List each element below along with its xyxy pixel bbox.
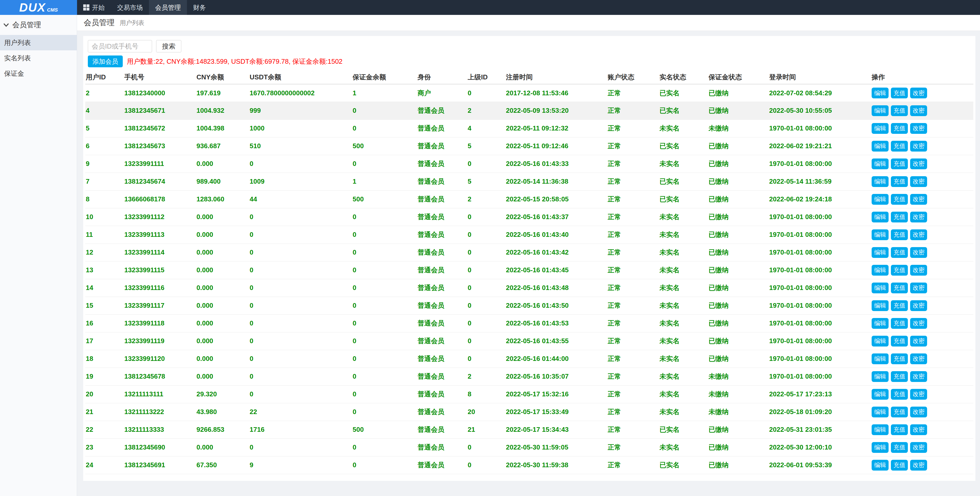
cell-login-time: 2022-05-17 17:23:13 bbox=[768, 385, 871, 403]
edit-button[interactable]: 编辑 bbox=[872, 265, 889, 276]
change-password-button[interactable]: 改密 bbox=[910, 424, 927, 435]
edit-button[interactable]: 编辑 bbox=[872, 283, 889, 293]
change-password-button[interactable]: 改密 bbox=[910, 300, 927, 311]
change-password-button[interactable]: 改密 bbox=[910, 123, 927, 134]
edit-button[interactable]: 编辑 bbox=[872, 318, 889, 329]
table-row: 18132339911200.00000普通会员02022-05-16 01:4… bbox=[85, 350, 973, 367]
edit-button[interactable]: 编辑 bbox=[872, 176, 889, 187]
cell-phone: 13233991112 bbox=[124, 208, 196, 226]
change-password-button[interactable]: 改密 bbox=[910, 318, 927, 329]
edit-button[interactable]: 编辑 bbox=[872, 123, 889, 134]
edit-button[interactable]: 编辑 bbox=[872, 141, 889, 151]
recharge-button[interactable]: 充值 bbox=[891, 407, 908, 417]
search-input[interactable] bbox=[88, 40, 152, 52]
edit-button[interactable]: 编辑 bbox=[872, 87, 889, 99]
recharge-button[interactable]: 充值 bbox=[891, 229, 908, 240]
edit-button[interactable]: 编辑 bbox=[872, 211, 889, 223]
add-member-button[interactable]: 添加会员 bbox=[88, 56, 123, 67]
edit-button[interactable]: 编辑 bbox=[872, 336, 889, 347]
edit-button[interactable]: 编辑 bbox=[872, 159, 889, 169]
cell-parent-id: 0 bbox=[467, 226, 506, 243]
edit-button[interactable]: 编辑 bbox=[872, 300, 889, 311]
edit-button[interactable]: 编辑 bbox=[872, 389, 889, 400]
recharge-button[interactable]: 充值 bbox=[891, 336, 908, 347]
recharge-button[interactable]: 充值 bbox=[891, 371, 908, 382]
change-password-button[interactable]: 改密 bbox=[910, 229, 927, 240]
recharge-button[interactable]: 充值 bbox=[891, 123, 908, 134]
cell-deposit-balance: 500 bbox=[352, 190, 417, 208]
recharge-button[interactable]: 充值 bbox=[891, 442, 908, 453]
change-password-button[interactable]: 改密 bbox=[910, 194, 927, 205]
recharge-button[interactable]: 充值 bbox=[891, 194, 908, 205]
cell-role: 普通会员 bbox=[417, 297, 467, 315]
change-password-button[interactable]: 改密 bbox=[910, 460, 927, 471]
cell-login-time: 1970-01-01 08:00:00 bbox=[768, 243, 871, 261]
recharge-button[interactable]: 充值 bbox=[891, 300, 908, 311]
cell-phone: 13233991111 bbox=[124, 155, 196, 173]
recharge-button[interactable]: 充值 bbox=[891, 105, 908, 116]
edit-button[interactable]: 编辑 bbox=[872, 194, 889, 205]
change-password-button[interactable]: 改密 bbox=[910, 336, 927, 347]
change-password-button[interactable]: 改密 bbox=[910, 407, 927, 417]
cell-parent-id: 0 bbox=[467, 84, 506, 102]
recharge-button[interactable]: 充值 bbox=[891, 247, 908, 258]
cell-cny-balance: 67.350 bbox=[196, 456, 249, 474]
change-password-button[interactable]: 改密 bbox=[910, 265, 927, 276]
page-subtitle: 用户列表 bbox=[120, 19, 144, 27]
recharge-button[interactable]: 充值 bbox=[891, 87, 908, 99]
edit-button[interactable]: 编辑 bbox=[872, 353, 889, 364]
nav-item-market[interactable]: 交易市场 bbox=[111, 0, 149, 15]
change-password-button[interactable]: 改密 bbox=[910, 105, 927, 116]
edit-button[interactable]: 编辑 bbox=[872, 442, 889, 453]
recharge-button[interactable]: 充值 bbox=[891, 176, 908, 187]
sidebar-item-realname-list[interactable]: 实名列表 bbox=[0, 50, 77, 66]
change-password-button[interactable]: 改密 bbox=[910, 247, 927, 258]
navbar-menu: 开始 交易市场 会员管理 财务 bbox=[77, 0, 980, 15]
table-row: 17132339911190.00000普通会员02022-05-16 01:4… bbox=[85, 332, 973, 350]
change-password-button[interactable]: 改密 bbox=[910, 442, 927, 453]
recharge-button[interactable]: 充值 bbox=[891, 211, 908, 223]
recharge-button[interactable]: 充值 bbox=[891, 283, 908, 293]
edit-button[interactable]: 编辑 bbox=[872, 407, 889, 417]
edit-button[interactable]: 编辑 bbox=[872, 229, 889, 240]
recharge-button[interactable]: 充值 bbox=[891, 460, 908, 471]
recharge-button[interactable]: 充值 bbox=[891, 159, 908, 169]
change-password-button[interactable]: 改密 bbox=[910, 353, 927, 364]
cell-user-id: 6 bbox=[85, 137, 124, 155]
edit-button[interactable]: 编辑 bbox=[872, 247, 889, 258]
nav-item-members[interactable]: 会员管理 bbox=[149, 0, 187, 15]
cell-user-id: 14 bbox=[85, 279, 124, 297]
change-password-button[interactable]: 改密 bbox=[910, 283, 927, 293]
sidebar-item-user-list[interactable]: 用户列表 bbox=[0, 35, 77, 50]
change-password-button[interactable]: 改密 bbox=[910, 211, 927, 223]
cell-deposit-status: 未缴纳 bbox=[708, 119, 768, 137]
search-button[interactable]: 搜索 bbox=[156, 40, 181, 52]
cell-usdt-balance: 22 bbox=[249, 403, 352, 421]
nav-item-finance[interactable]: 财务 bbox=[187, 0, 212, 15]
cell-register-time: 2022-05-15 20:58:05 bbox=[506, 190, 607, 208]
recharge-button[interactable]: 充值 bbox=[891, 424, 908, 435]
cell-parent-id: 0 bbox=[467, 243, 506, 261]
recharge-button[interactable]: 充值 bbox=[891, 265, 908, 276]
change-password-button[interactable]: 改密 bbox=[910, 176, 927, 187]
sidebar-item-deposit[interactable]: 保证金 bbox=[0, 66, 77, 81]
sidebar-group-members[interactable]: 会员管理 bbox=[0, 15, 77, 35]
change-password-button[interactable]: 改密 bbox=[910, 159, 927, 169]
change-password-button[interactable]: 改密 bbox=[910, 371, 927, 382]
recharge-button[interactable]: 充值 bbox=[891, 389, 908, 400]
cell-phone: 13233991120 bbox=[124, 350, 196, 367]
edit-button[interactable]: 编辑 bbox=[872, 424, 889, 435]
recharge-button[interactable]: 充值 bbox=[891, 353, 908, 364]
change-password-button[interactable]: 改密 bbox=[910, 389, 927, 400]
edit-button[interactable]: 编辑 bbox=[872, 105, 889, 116]
cell-register-time: 2022-05-14 11:36:38 bbox=[506, 173, 607, 190]
edit-button[interactable]: 编辑 bbox=[872, 460, 889, 471]
recharge-button[interactable]: 充值 bbox=[891, 141, 908, 151]
change-password-button[interactable]: 改密 bbox=[910, 141, 927, 151]
cell-actions: 编辑充值改密 bbox=[871, 208, 973, 226]
edit-button[interactable]: 编辑 bbox=[872, 371, 889, 382]
change-password-button[interactable]: 改密 bbox=[910, 87, 927, 99]
nav-item-start[interactable]: 开始 bbox=[77, 0, 111, 15]
cell-deposit-balance: 0 bbox=[352, 403, 417, 421]
recharge-button[interactable]: 充值 bbox=[891, 318, 908, 329]
